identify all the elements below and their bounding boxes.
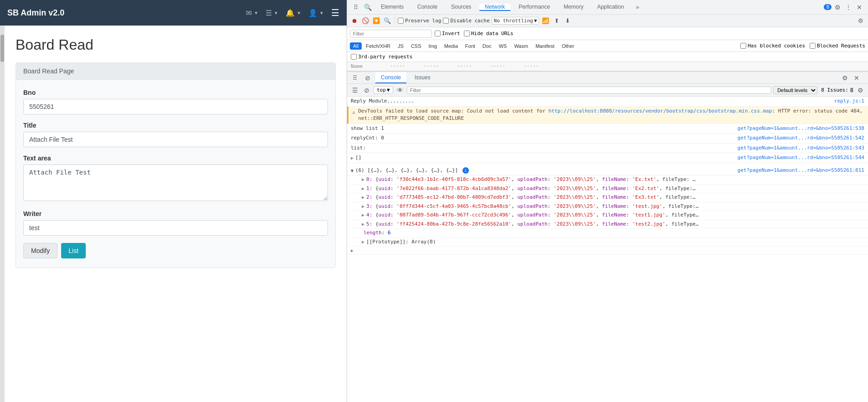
item2-toggle: ▶ — [362, 194, 364, 201]
textarea-input[interactable]: Attach File Test — [23, 165, 328, 201]
log-row-item-5[interactable]: ▶ 5: {uuid: 'ff425424-80ba-427b-9c8e-28f… — [347, 220, 868, 229]
tab-elements[interactable]: Elements — [375, 4, 409, 11]
console-gear-icon[interactable]: ⚙ — [855, 85, 865, 95]
prototype-text: [[Prototype]]: Array(0) — [366, 238, 436, 246]
console-close-icon[interactable]: ✕ — [852, 73, 862, 83]
filter-btn[interactable]: 🔽 — [372, 16, 381, 26]
hide-data-urls-checkbox[interactable] — [464, 31, 470, 36]
type-ws[interactable]: WS — [495, 42, 510, 50]
has-blocked-cookies-label[interactable]: Has blocked cookies — [740, 43, 805, 49]
navbar-toggle-btn[interactable]: ☰ — [331, 7, 339, 18]
type-all[interactable]: All — [350, 42, 362, 50]
blocked-requests-label[interactable]: Blocked Requests — [810, 43, 865, 49]
bno-input[interactable] — [23, 99, 328, 114]
devtools-more-icon[interactable]: ⋮ — [843, 2, 853, 12]
tab-network[interactable]: Network — [479, 4, 510, 11]
disable-cache-checkbox[interactable] — [443, 18, 449, 24]
third-party-label[interactable]: 3rd-party requests — [351, 54, 412, 60]
tab-sources[interactable]: Sources — [446, 4, 477, 11]
envelope-nav-btn[interactable]: ✉ ▼ — [246, 9, 258, 17]
network-settings-icon[interactable]: ⚙ — [856, 16, 865, 26]
log-source-empty-array[interactable]: get?pageNum=1&amount...rd=&bno=5505261:5… — [734, 154, 864, 162]
writer-input[interactable] — [23, 220, 328, 236]
array-expand-toggle[interactable]: ▼ — [351, 167, 353, 174]
has-blocked-cookies-checkbox[interactable] — [740, 43, 746, 49]
inspect-icon[interactable]: 🔍 — [363, 2, 373, 12]
log-row-item-3[interactable]: ▶ 3: {uuid: '0ff7d344-c5cf-4a03-9465-4c5… — [347, 202, 868, 211]
array-toggle[interactable]: ▶ — [351, 155, 353, 161]
title-input[interactable] — [23, 132, 328, 147]
user-nav-btn[interactable]: 👤 ▼ — [308, 9, 324, 17]
third-party-checkbox[interactable] — [351, 54, 357, 60]
drawer-block-icon[interactable]: ⊘ — [363, 73, 373, 83]
log-row-arrow[interactable]: ▶ — [347, 247, 868, 255]
type-js[interactable]: JS — [395, 42, 407, 50]
download-icon[interactable]: ⬇ — [563, 16, 572, 26]
log-source-list[interactable]: get?pageNum=1&amount...rd=&bno=5505261:5… — [734, 144, 864, 152]
item0-toggle: ▶ — [362, 176, 364, 183]
devtools-close-icon[interactable]: ✕ — [854, 2, 864, 12]
tab-performance[interactable]: Performance — [513, 4, 556, 11]
type-media[interactable]: Media — [441, 42, 461, 50]
disable-cache-label[interactable]: Disable cache — [443, 18, 489, 24]
log-row-item-0[interactable]: ▶ 0: {uuid: 'f30c44e3-1b1c-40f5-818c-4cb… — [347, 175, 868, 185]
upload-icon[interactable]: ⬆ — [552, 16, 561, 26]
log-source-reply-cnt[interactable]: get?pageNum=1&amount...rd=&bno=5505261:5… — [734, 134, 864, 142]
list-nav-btn[interactable]: ☰ ▼ — [265, 9, 278, 17]
modify-button[interactable]: Modify — [23, 243, 57, 258]
warning-link[interactable]: http://localhost:8080/resources/vendor/b… — [548, 108, 772, 114]
bell-nav-btn[interactable]: 🔔 ▼ — [286, 9, 301, 17]
type-manifest[interactable]: Manifest — [532, 42, 558, 50]
tab-console[interactable]: Console — [412, 4, 443, 11]
console-settings-icon[interactable]: ⚙ — [840, 73, 850, 83]
type-img[interactable]: Img — [426, 42, 440, 50]
log-source-show-list[interactable]: get?pageNum=1&amount...rd=&bno=5505261:5… — [734, 125, 864, 133]
item3-text: 3: {uuid: '0ff7d344-c5cf-4a03-9465-4c57b… — [366, 203, 699, 211]
clear-btn[interactable]: 🚫 — [361, 16, 370, 26]
blocked-requests-checkbox[interactable] — [810, 43, 816, 49]
log-row-item-2[interactable]: ▶ 2: {uuid: 'd7773485-ec12-47bd-80b7-480… — [347, 193, 868, 202]
page-scrollbar[interactable] — [0, 26, 5, 402]
drawer-icon-btn[interactable]: ⠿ — [350, 73, 360, 83]
board-read-card: Board Read Page Bno Title Text area Atta… — [16, 62, 336, 268]
log-row-prototype[interactable]: ▶ [[Prototype]]: Array(0) — [347, 238, 868, 247]
log-source-reply[interactable]: reply.js:1 — [831, 98, 864, 105]
log-row-item-4[interactable]: ▶ 4: {uuid: '0077ad89-5d4b-4f7b-967f-ccc… — [347, 211, 868, 220]
tab-application[interactable]: Application — [592, 4, 629, 11]
network-filter-input[interactable] — [350, 30, 432, 38]
log-row-item-1[interactable]: ▶ 1: {uuid: '7e022f66-baab-4177-872b-4a1… — [347, 185, 868, 194]
tab-memory[interactable]: Memory — [558, 4, 589, 11]
list-button[interactable]: List — [61, 243, 86, 258]
type-wasm[interactable]: Wasm — [511, 42, 531, 50]
more-tabs-btn[interactable]: » — [632, 4, 643, 10]
console-clear-icon[interactable]: ⊘ — [362, 85, 372, 95]
type-font[interactable]: Font — [462, 42, 478, 50]
devtools-drag-icon[interactable]: ⠿ — [351, 2, 361, 12]
type-other[interactable]: Other — [558, 42, 577, 50]
type-doc[interactable]: Doc — [479, 42, 495, 50]
eye-icon[interactable]: 👁 — [395, 85, 405, 95]
search-btn[interactable]: 🔍 — [383, 16, 392, 26]
type-fetch-xhr[interactable]: Fetch/XHR — [363, 42, 394, 50]
invert-checkbox[interactable] — [435, 31, 441, 36]
issues-tab[interactable]: Issues — [409, 72, 436, 83]
console-filter-input[interactable] — [407, 87, 772, 94]
hide-data-urls-label[interactable]: Hide data URLs — [464, 31, 514, 36]
record-btn[interactable]: ⏺ — [350, 16, 359, 26]
type-css[interactable]: CSS — [408, 42, 425, 50]
title-label: Title — [23, 122, 328, 129]
network-icon-1[interactable]: 📶 — [541, 16, 550, 26]
console-toolbar: ☰ ⊘ top ▼ 👁 Default levels 8 Issues: 8 ⚙ — [347, 84, 868, 97]
devtools-settings-icon[interactable]: ⚙ — [832, 2, 842, 12]
bno-group: Bno — [23, 89, 328, 114]
console-sidebar-icon[interactable]: ☰ — [350, 85, 360, 95]
log-level-select[interactable]: Default levels — [773, 86, 817, 94]
preserve-log-checkbox[interactable] — [398, 18, 404, 24]
console-tab[interactable]: Console — [375, 72, 406, 83]
preserve-log-label[interactable]: Preserve log — [398, 18, 441, 24]
context-selector[interactable]: top ▼ — [374, 86, 393, 94]
has-blocked-cookies-text: Has blocked cookies — [748, 43, 805, 49]
invert-label[interactable]: Invert — [435, 31, 460, 36]
throttle-selector[interactable]: No throttling ▼ — [492, 17, 540, 25]
log-source-array-expanded[interactable]: get?pageNum=1&amount...rd=&bno=5505261:8… — [734, 167, 864, 175]
